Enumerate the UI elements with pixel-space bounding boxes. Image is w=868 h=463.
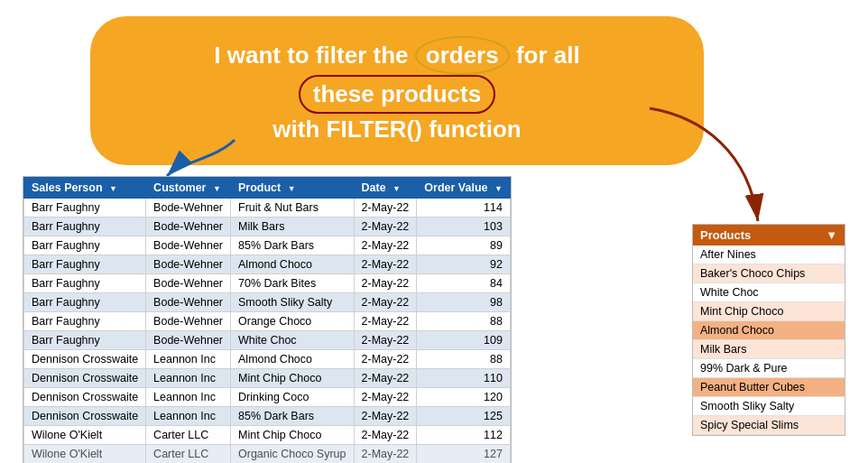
list-item[interactable]: Peanut Butter Cubes (693, 378, 845, 397)
table-cell: 2-May-22 (354, 350, 417, 369)
table-cell: 125 (417, 407, 511, 426)
table-cell: 70% Dark Bites (231, 274, 355, 293)
table-cell: Bode-Wehner (146, 312, 231, 331)
products-list: After NinesBaker's Choco ChipsWhite Choc… (693, 245, 845, 435)
table-cell: Orange Choco (231, 312, 355, 331)
table-cell: Dennison Crosswaite (24, 388, 146, 407)
table-cell: Barr Faughny (24, 331, 146, 350)
table-cell: 2-May-22 (354, 369, 417, 388)
header-order-value: Order Value ▼ (417, 178, 511, 199)
table-cell: 120 (417, 388, 511, 407)
list-item[interactable]: Milk Bars (693, 340, 845, 359)
callout-text-part1: I want to filter the (214, 42, 414, 69)
table-cell: Bode-Wehner (146, 255, 231, 274)
table-cell: Carter LLC (146, 445, 231, 464)
table-cell: Drinking Coco (231, 388, 355, 407)
list-item[interactable]: White Choc (693, 283, 845, 302)
list-item[interactable]: After Nines (693, 245, 845, 264)
table-cell: Mint Chip Choco (231, 369, 355, 388)
table-cell: 2-May-22 (354, 445, 417, 464)
list-item[interactable]: Smooth Sliky Salty (693, 397, 845, 416)
callout-line2: with FILTER() function (272, 116, 521, 143)
table-cell: Bode-Wehner (146, 331, 231, 350)
table-cell: 2-May-22 (354, 312, 417, 331)
table-cell: 88 (417, 350, 511, 369)
table-cell: 2-May-22 (354, 255, 417, 274)
table-cell: Bode-Wehner (146, 274, 231, 293)
table-cell: Wilone O'Kielt (24, 445, 146, 464)
header-sales-person: Sales Person ▼ (24, 178, 146, 199)
orders-table: Sales Person ▼ Customer ▼ Product ▼ Date… (23, 177, 511, 463)
table-cell: 84 (417, 274, 511, 293)
table-cell: 98 (417, 293, 511, 312)
table-cell: 109 (417, 331, 511, 350)
table-cell: 127 (417, 445, 511, 464)
table-cell: Leannon Inc (146, 407, 231, 426)
table-cell: 92 (417, 255, 511, 274)
table-cell: Almond Choco (231, 255, 355, 274)
table-cell: Leannon Inc (146, 350, 231, 369)
table-cell: Almond Choco (231, 350, 355, 369)
table-cell: 2-May-22 (354, 199, 417, 218)
products-label: Products (700, 228, 751, 242)
table-cell: 2-May-22 (354, 236, 417, 255)
table-cell: 2-May-22 (354, 426, 417, 445)
list-item[interactable]: Spicy Special Slims (693, 416, 845, 435)
table-cell: Barr Faughny (24, 274, 146, 293)
products-header: Products ▼ (693, 225, 845, 245)
header-customer: Customer ▼ (146, 178, 231, 199)
table-cell: Leannon Inc (146, 369, 231, 388)
table-cell: Bode-Wehner (146, 236, 231, 255)
table-cell: Carter LLC (146, 426, 231, 445)
table-cell: 88 (417, 312, 511, 331)
table-cell: 89 (417, 236, 511, 255)
header-date: Date ▼ (354, 178, 417, 199)
table-cell: Wilone O'Kielt (24, 426, 146, 445)
table-cell: White Choc (231, 331, 355, 350)
header-product: Product ▼ (231, 178, 355, 199)
table-cell: Dennison Crosswaite (24, 369, 146, 388)
list-item[interactable]: Almond Choco (693, 321, 845, 340)
table-cell: Fruit & Nut Bars (231, 199, 355, 218)
table-cell: Bode-Wehner (146, 218, 231, 236)
table-cell: 85% Dark Bars (231, 236, 355, 255)
table-cell: Organic Choco Syrup (231, 445, 355, 464)
list-item[interactable]: Mint Chip Choco (693, 302, 845, 321)
list-item[interactable]: Baker's Choco Chips (693, 264, 845, 283)
table-cell: 85% Dark Bars (231, 407, 355, 426)
table-cell: Mint Chip Choco (231, 426, 355, 445)
table-cell: 2-May-22 (354, 388, 417, 407)
table-cell: 112 (417, 426, 511, 445)
table-cell: 2-May-22 (354, 407, 417, 426)
table-cell: 2-May-22 (354, 274, 417, 293)
table-cell: Leannon Inc (146, 388, 231, 407)
table-cell: Barr Faughny (24, 312, 146, 331)
table-cell: Barr Faughny (24, 293, 146, 312)
table-cell: 103 (417, 218, 511, 236)
table-cell: 2-May-22 (354, 293, 417, 312)
table-cell: Dennison Crosswaite (24, 407, 146, 426)
table-cell: Barr Faughny (24, 255, 146, 274)
table-cell: 110 (417, 369, 511, 388)
table-cell: Bode-Wehner (146, 293, 231, 312)
orders-table-wrapper: Sales Person ▼ Customer ▼ Product ▼ Date… (23, 176, 512, 463)
table-cell: 2-May-22 (354, 218, 417, 236)
table-cell: Bode-Wehner (146, 199, 231, 218)
table-cell: Milk Bars (231, 218, 355, 236)
table-cell: 2-May-22 (354, 331, 417, 350)
table-cell: Smooth Sliky Salty (231, 293, 355, 312)
table-cell: Dennison Crosswaite (24, 350, 146, 369)
orders-oval: orders (415, 36, 510, 75)
callout-box: I want to filter the orders for all thes… (90, 16, 704, 165)
table-cell: Barr Faughny (24, 218, 146, 236)
table-cell: Barr Faughny (24, 199, 146, 218)
table-cell: 114 (417, 199, 511, 218)
products-dropdown-arrow[interactable]: ▼ (826, 228, 837, 242)
products-panel: Products ▼ After NinesBaker's Choco Chip… (692, 224, 845, 436)
list-item[interactable]: 99% Dark & Pure (693, 359, 845, 378)
table-cell: Barr Faughny (24, 236, 146, 255)
